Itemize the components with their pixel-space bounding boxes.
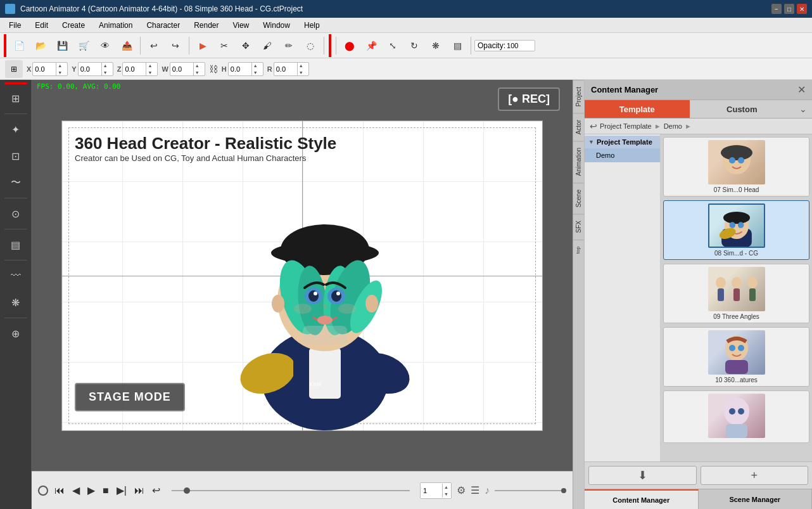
frame-input[interactable]: [423, 487, 442, 494]
x-input[interactable]: ▲▼: [32, 62, 68, 76]
z-input[interactable]: ▲▼: [122, 62, 158, 76]
tree-child-demo[interactable]: Demo: [585, 148, 660, 162]
tab-content-manager[interactable]: Content Manager: [585, 489, 699, 509]
save-button[interactable]: 💾: [52, 35, 72, 56]
sidebar-bone-btn[interactable]: ✦: [3, 117, 29, 142]
download-button[interactable]: ⬇: [588, 466, 697, 485]
breadcrumb-back[interactable]: ↩: [590, 121, 597, 131]
layers-button[interactable]: ▤: [447, 35, 467, 56]
x-coord-group: X ▲▼: [27, 62, 68, 76]
sidebar-curve-btn[interactable]: 〜: [3, 170, 29, 195]
menu-item-view[interactable]: View: [226, 20, 255, 31]
import-button[interactable]: 📤: [117, 35, 137, 56]
preview-button[interactable]: 👁: [95, 35, 115, 56]
add-button[interactable]: +: [701, 466, 809, 485]
cm-tabs: Template Custom ⌄: [585, 100, 812, 119]
menu-item-create[interactable]: Create: [56, 20, 91, 31]
h-input[interactable]: ▲▼: [228, 62, 263, 76]
eraser-tool[interactable]: ◌: [300, 35, 320, 56]
sidebar-mesh-btn[interactable]: ⊡: [3, 143, 29, 169]
vtab-sfx[interactable]: SFX: [573, 214, 584, 239]
sidebar-red-bar: [4, 82, 27, 84]
opacity-input[interactable]: [507, 42, 532, 49]
stage-mode-button[interactable]: STAGE MODE: [75, 383, 185, 411]
z-label: Z: [117, 65, 122, 73]
paint-tool[interactable]: 🖌: [257, 35, 277, 56]
grid-item-08[interactable]: 08 Sim...d - CG: [663, 200, 809, 260]
timeline-list-icon[interactable]: ☰: [471, 484, 479, 496]
morph-button[interactable]: ❋: [426, 35, 446, 56]
pin-button[interactable]: 📌: [361, 35, 381, 56]
close-button[interactable]: ✕: [797, 4, 807, 14]
tab-template[interactable]: Template: [585, 100, 690, 118]
undo-button[interactable]: ↩: [144, 35, 164, 56]
timeline-start[interactable]: [38, 486, 48, 496]
tab-chevron[interactable]: ⌄: [794, 100, 812, 118]
select-tool[interactable]: ▶: [193, 35, 213, 56]
timeline-playhead[interactable]: [184, 487, 190, 494]
move-tool[interactable]: ✥: [236, 35, 256, 56]
w-input[interactable]: ▲▼: [170, 62, 205, 76]
tab-scene-manager[interactable]: Scene Manager: [699, 489, 813, 509]
breadcrumb-project-template[interactable]: Project Template: [600, 122, 652, 130]
timeline-track[interactable]: [172, 490, 410, 491]
minimize-button[interactable]: −: [771, 4, 782, 14]
vtab-top[interactable]: top: [573, 240, 584, 260]
audio-thumb[interactable]: [561, 488, 566, 493]
w-label: W: [162, 65, 168, 73]
loop-button[interactable]: ↩: [151, 483, 162, 498]
rec-button[interactable]: [● REC]: [498, 87, 560, 111]
sidebar-extra-btn[interactable]: ⊕: [3, 321, 29, 346]
menu-item-file[interactable]: File: [3, 20, 27, 31]
tree-parent-project-template[interactable]: ▼ Project Template: [585, 136, 660, 148]
play-end-button[interactable]: ⏭: [133, 484, 146, 498]
grid-item-10[interactable]: 10 360...atures: [663, 327, 809, 387]
menu-item-edit[interactable]: Edit: [29, 20, 54, 31]
prev-frame-button[interactable]: ◀: [71, 483, 81, 498]
menu-item-window[interactable]: Window: [257, 20, 296, 31]
next-frame-button[interactable]: ▶|: [115, 483, 128, 498]
play-begin-button[interactable]: ⏮: [53, 484, 66, 498]
sidebar-group-btn[interactable]: ❋: [3, 290, 29, 315]
menu-item-render[interactable]: Render: [187, 20, 225, 31]
vtab-actor[interactable]: Actor: [573, 113, 584, 141]
export-button[interactable]: 🛒: [73, 35, 94, 56]
grid-item-07[interactable]: 07 Sim...0 Head: [663, 137, 809, 197]
open-button[interactable]: 📂: [30, 35, 51, 56]
breadcrumb-demo[interactable]: Demo: [664, 122, 682, 130]
cm-close-button[interactable]: ✕: [797, 84, 806, 96]
cm-titlebar: Content Manager ✕: [585, 80, 812, 100]
rotate-button[interactable]: ↻: [404, 35, 424, 56]
transform-button[interactable]: ⤡: [383, 35, 403, 56]
sidebar-wave-btn[interactable]: 〰: [3, 263, 29, 288]
left-sidebar: ⊞ ✦ ⊡ 〜 ⊙ ▤ 〰 ❋ ⊕: [0, 80, 32, 509]
menu-item-character[interactable]: Character: [140, 20, 186, 31]
cut-tool[interactable]: ✂: [214, 35, 234, 56]
sidebar-target-btn[interactable]: ⊙: [3, 201, 29, 226]
redo-button[interactable]: ↪: [165, 35, 186, 56]
vtab-project[interactable]: Project: [573, 80, 584, 113]
r-input[interactable]: ▲▼: [274, 62, 309, 76]
chain-icon[interactable]: ⛓: [209, 64, 218, 74]
brush-tool[interactable]: ✏: [279, 35, 299, 56]
play-button[interactable]: ▶: [86, 483, 96, 498]
menu-item-animation[interactable]: Animation: [92, 20, 139, 31]
settings-icon[interactable]: ⚙: [457, 484, 466, 496]
svg-rect-48: [726, 424, 747, 438]
tab-custom[interactable]: Custom: [690, 100, 795, 118]
sidebar-scene-btn[interactable]: ⊞: [3, 86, 29, 111]
maximize-button[interactable]: □: [784, 4, 794, 14]
grid-item-11[interactable]: [663, 390, 809, 443]
vtab-scene[interactable]: Scene: [573, 183, 584, 214]
menu-item-help[interactable]: Help: [298, 20, 326, 31]
y-input[interactable]: ▲▼: [78, 62, 113, 76]
sidebar-layer-btn[interactable]: ▤: [3, 232, 29, 257]
vtab-animation[interactable]: Animation: [573, 141, 584, 182]
svg-point-34: [729, 222, 735, 228]
audio-icon[interactable]: ♪: [485, 485, 490, 496]
sidebar-sep-1: [4, 113, 27, 114]
grid-item-09[interactable]: 09 Three Angles: [663, 264, 809, 323]
record-button[interactable]: ⬤: [339, 35, 360, 56]
new-button[interactable]: 📄: [9, 35, 29, 56]
stop-button[interactable]: ■: [101, 484, 110, 498]
